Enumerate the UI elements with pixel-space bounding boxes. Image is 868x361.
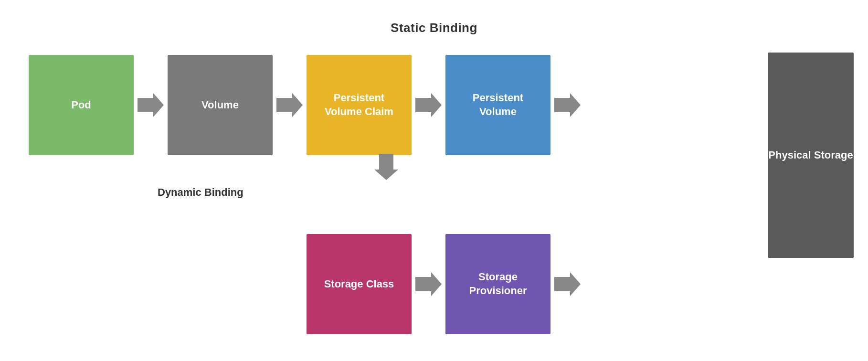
bottom-row: Storage Class StorageProvisioner (29, 234, 858, 334)
arrow-down-icon (374, 154, 398, 180)
pv-box: PersistentVolume (445, 55, 550, 155)
static-binding-title: Static Binding (0, 21, 868, 35)
storage-class-box: Storage Class (307, 234, 412, 334)
pv-label: PersistentVolume (473, 91, 523, 118)
arrow-right-icon-4 (554, 93, 581, 117)
pvc-box: PersistentVolume Claim (307, 55, 412, 155)
pod-box: Pod (29, 55, 134, 155)
down-arrow-container (0, 154, 868, 180)
top-row: Pod Volume PersistentVolume Claim Persis… (29, 53, 858, 158)
arrow-pv-to-physical (550, 93, 584, 117)
provisioner-label: StorageProvisioner (469, 270, 527, 297)
arrow-right-icon-2 (276, 93, 303, 117)
volume-label: Volume (201, 98, 239, 112)
pod-label: Pod (71, 98, 91, 112)
arrow-right-icon-6 (554, 272, 581, 296)
arrow-sc-to-provisioner (412, 272, 445, 296)
diagram-container: Static Binding Physical Storage Pod Volu… (0, 0, 868, 361)
arrow-volume-to-pvc (273, 93, 307, 117)
provisioner-box: StorageProvisioner (445, 234, 550, 334)
volume-box: Volume (168, 55, 273, 155)
storage-class-label: Storage Class (324, 277, 394, 291)
arrow-pod-to-volume (134, 93, 168, 117)
arrow-right-icon-3 (415, 93, 442, 117)
arrow-right-icon (138, 93, 164, 117)
dynamic-binding-label: Dynamic Binding (158, 186, 243, 199)
arrow-provisioner-to-physical (550, 272, 584, 296)
arrow-pvc-to-pv (412, 93, 445, 117)
arrow-right-icon-5 (415, 272, 442, 296)
pvc-label: PersistentVolume Claim (325, 91, 393, 118)
